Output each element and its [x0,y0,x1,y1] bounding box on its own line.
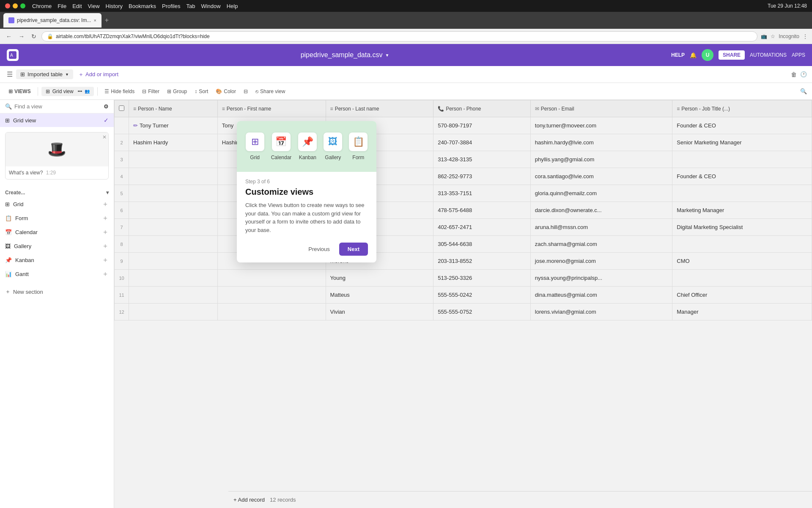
create-gallery-item[interactable]: 🖼 Gallery ＋ [5,239,109,253]
view-type-calendar[interactable]: 📅 Calendar [271,133,292,160]
filter-button[interactable]: ⊟ Filter [139,87,163,96]
share-button[interactable]: SHARE [719,50,745,60]
sidebar-grid-view-item[interactable]: ⊞ Grid view ✓ [0,113,114,127]
title-dropdown-icon[interactable]: ▼ [385,53,390,58]
calendar-add-icon[interactable]: ＋ [102,228,109,237]
browser-tabs: pipedrive_sample_data.csv: Im... × + [3,13,110,28]
new-section-label: New section [13,289,43,295]
airtable-header: A pipedrive_sample_data.csv ▼ HELP 🔔 U S… [0,44,812,66]
view-type-gallery-icon: 🖼 [324,133,342,151]
view-type-kanban-icon: 📌 [298,133,317,151]
table-name-dropdown-icon: ▼ [65,72,69,77]
grid-view-sidebar-icon: ⊞ [5,117,10,124]
grid-add-icon[interactable]: ＋ [102,200,109,209]
find-view-input[interactable] [14,103,101,110]
airtable-logo[interactable]: A [7,49,19,61]
fullscreen-traffic-light[interactable] [20,3,25,8]
popup-step-label: Step 3 of 6 [245,179,368,185]
create-section: Create... ▾ ⊞ Grid ＋ 📋 Form ＋ 📅 [0,185,114,284]
sidebar-search: 🔍 ⚙ [0,100,114,113]
table-content: ≡Person - Name ≡Person - First name ≡Per… [114,100,812,508]
toolbar-divider-2 [97,87,98,96]
new-section-button[interactable]: ＋ New section [0,284,114,299]
refresh-button[interactable]: ↻ [30,32,38,41]
settings-icon[interactable]: ⚙ [104,103,109,110]
gantt-create-label: Gantt [15,271,29,277]
filter-icon: ⊟ [142,88,146,94]
hide-fields-label: Hide fields [111,88,134,94]
cast-icon[interactable]: 📺 [761,33,767,39]
incognito-label: Incognito [779,33,799,39]
row-height-button[interactable]: ⊟ [240,87,251,96]
automations-button[interactable]: AUTOMATIONS [750,52,787,58]
hamburger-menu[interactable]: ☰ [5,69,14,80]
tab-close-button[interactable]: × [93,18,96,23]
gallery-create-label: Gallery [14,243,31,249]
tab-title: pipedrive_sample_data.csv: Im... [17,17,91,23]
table-name-button[interactable]: ⊞ Imported table ▼ [16,69,73,79]
color-button[interactable]: 🎨 Color [212,87,239,96]
add-import-label: Add or import [85,71,118,77]
form-create-label: Form [15,215,28,221]
create-gantt-item[interactable]: 📊 Gantt ＋ [5,267,109,281]
gallery-add-icon[interactable]: ＋ [102,242,109,251]
tutorial-close-button[interactable]: ✕ [102,134,107,140]
view-type-form[interactable]: 📋 Form [349,133,368,160]
search-button[interactable]: 🔍 [800,88,807,94]
add-or-import-button[interactable]: ＋ Add or import [75,69,122,80]
sort-label: Sort [199,88,208,94]
browser-tab-bar: pipedrive_sample_data.csv: Im... × + [0,12,812,29]
views-toolbar: ⊞ VIEWS ⊞ Grid view ••• 👥 ☰ Hide fields … [0,83,812,100]
bookmark-icon[interactable]: ☆ [771,33,775,39]
group-button[interactable]: ⊞ Group [164,87,190,96]
create-kanban-item[interactable]: 📌 Kanban ＋ [5,253,109,267]
create-section-header[interactable]: Create... ▾ [5,188,109,197]
tutorial-card: ✕ 🎩 What's a view? 1:29 [5,132,109,179]
sort-button[interactable]: ↕ Sort [191,87,211,96]
color-icon: 🎨 [216,88,222,94]
forward-button[interactable]: → [17,32,26,41]
address-bar-row: ← → ↻ 🔒 airtable.com/tblUhATZDzmqnXak7/v… [0,29,812,44]
address-bar[interactable]: 🔒 airtable.com/tblUhATZDzmqnXak7/viwMnlL… [41,31,757,41]
view-type-grid[interactable]: ⊞ Grid [246,133,264,160]
new-tab-button[interactable]: + [103,17,110,24]
view-type-gallery[interactable]: 🖼 Gallery [324,133,342,160]
extensions-icon[interactable]: ⋮ [803,33,808,39]
kanban-create-label: Kanban [15,257,34,263]
views-button[interactable]: ⊞ VIEWS [5,87,34,96]
group-icon: ⊞ [167,88,171,94]
share-view-button[interactable]: ⎋ Share view [252,87,288,96]
avatar[interactable]: U [702,49,713,61]
toolbar-right-actions: 🗑 🕐 [791,71,807,78]
database-title: pipedrive_sample_data.csv ▼ [25,51,664,59]
history-icon[interactable]: 🕐 [800,71,807,77]
trash-icon[interactable]: 🗑 [791,71,797,78]
gallery-create-icon: 🖼 [5,243,11,249]
hide-fields-button[interactable]: ☰ Hide fields [101,87,138,96]
kanban-add-icon[interactable]: ＋ [102,256,109,265]
help-button[interactable]: HELP [671,52,685,58]
share-view-icon: ⎋ [255,88,258,94]
next-button[interactable]: Next [339,243,368,256]
active-tab[interactable]: pipedrive_sample_data.csv: Im... × [3,13,102,28]
views-label: VIEWS [14,88,31,94]
create-form-item[interactable]: 📋 Form ＋ [5,211,109,225]
gantt-add-icon[interactable]: ＋ [102,270,109,279]
back-button[interactable]: ← [4,32,14,41]
grid-view-button[interactable]: ⊞ Grid view ••• 👥 [41,87,94,96]
minimize-traffic-light[interactable] [13,3,18,8]
previous-button[interactable]: Previous [303,243,335,255]
close-traffic-light[interactable] [5,3,10,8]
form-add-icon[interactable]: ＋ [102,214,109,223]
apps-button[interactable]: APPS [792,52,805,58]
view-type-kanban[interactable]: 📌 Kanban [298,133,317,160]
create-grid-item[interactable]: ⊞ Grid ＋ [5,197,109,211]
views-icon: ⊞ [8,88,13,94]
create-calendar-item[interactable]: 📅 Calendar ＋ [5,225,109,239]
sort-icon: ↕ [195,88,197,94]
mac-time: Tue 29 Jun 12:48 [768,3,807,9]
bell-icon[interactable]: 🔔 [690,52,697,58]
calendar-create-label: Calendar [15,229,38,235]
create-label: Create... [5,190,25,196]
share-view-label: Share view [260,88,285,94]
